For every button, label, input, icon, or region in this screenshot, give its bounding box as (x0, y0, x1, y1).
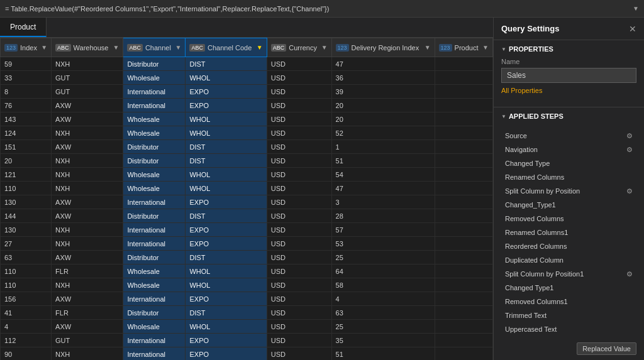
table-cell: WHOL (186, 112, 267, 126)
step-item-navigation[interactable]: Navigation⚙ (501, 143, 636, 156)
table-header-row: 123Index▼ABCWarehouse▼ABCChannel▼ABCChan… (1, 38, 493, 57)
table-cell: WHOL (186, 126, 267, 140)
col-header-index[interactable]: 123Index▼ (1, 38, 52, 57)
properties-header[interactable]: ▼ PROPERTIES (501, 45, 636, 53)
name-input[interactable] (501, 68, 636, 83)
table-row[interactable]: 76AXWInternationalEXPOUSD20 (1, 99, 493, 112)
step-item-source[interactable]: Source⚙ (501, 129, 636, 143)
step-item-renamed-columns1[interactable]: Renamed Columns1 (501, 226, 636, 239)
table-cell: USD (267, 182, 331, 195)
table-cell: WHOL (186, 168, 267, 182)
table-cell: 27 (1, 237, 52, 251)
table-cell (435, 195, 492, 209)
col-header-channel_code[interactable]: ABCChannel Code▼ (186, 38, 267, 57)
table-cell: USD (267, 237, 331, 251)
table-cell: Wholesale (123, 182, 186, 195)
applied-steps-label: APPLIED STEPS (509, 112, 564, 120)
data-table: 123Index▼ABCWarehouse▼ABCChannel▼ABCChan… (0, 38, 493, 360)
gear-icon[interactable]: ⚙ (626, 270, 633, 278)
step-item-removed-columns[interactable]: Removed Columns (501, 212, 636, 226)
table-cell: 54 (331, 168, 435, 182)
table-cell: USD (267, 112, 331, 126)
table-cell: USD (267, 168, 331, 182)
col-header-delivery_region_index[interactable]: 123Delivery Region Index▼ (331, 38, 435, 57)
step-item-removed-columns1[interactable]: Removed Columns1 (501, 295, 636, 308)
close-button[interactable]: ✕ (629, 24, 636, 34)
col-label-channel: Channel (145, 44, 171, 52)
col-header-warehouse[interactable]: ABCWarehouse▼ (52, 38, 123, 57)
col-header-currency[interactable]: ABCCurrency▼ (267, 38, 331, 57)
triangle-icon-steps: ▼ (501, 114, 506, 119)
table-cell: NXH (52, 154, 123, 168)
table-row[interactable]: 121NXHWholesaleWHOLUSD54 (1, 168, 493, 182)
step-item-reordered-columns[interactable]: Reordered Columns (501, 239, 636, 253)
step-item-split-column-by-position1[interactable]: Split Column by Position1⚙ (501, 267, 636, 281)
col-dropdown-index[interactable]: ▼ (41, 44, 47, 51)
col-header-product[interactable]: 123Product▼ (435, 38, 492, 57)
table-cell: 35 (331, 334, 435, 347)
table-cell: 52 (331, 126, 435, 140)
table-row[interactable]: 33GUTWholesaleWHOLUSD36 (1, 71, 493, 85)
all-properties-link[interactable]: All Properties (501, 87, 636, 94)
table-cell: USD (267, 278, 331, 292)
table-row[interactable]: 112GUTInternationalEXPOUSD35 (1, 334, 493, 347)
col-dropdown-warehouse[interactable]: ▼ (113, 44, 119, 51)
table-cell: Distributor (123, 57, 186, 71)
step-item-changed_type1[interactable]: Changed_Type1 (501, 198, 636, 212)
table-cell: DIST (186, 154, 267, 168)
table-cell: International (123, 195, 186, 209)
step-item-trimmed-text[interactable]: Trimmed Text (501, 308, 636, 322)
step-item-changed-type[interactable]: Changed Type (501, 156, 636, 170)
table-row[interactable]: 20NXHDistributorDISTUSD51 (1, 154, 493, 168)
table-container[interactable]: 123Index▼ABCWarehouse▼ABCChannel▼ABCChan… (0, 38, 493, 360)
table-cell: 63 (1, 251, 52, 265)
step-item-renamed-columns[interactable]: Renamed Columns (501, 170, 636, 184)
table-cell: Distributor (123, 209, 186, 223)
tab-product[interactable]: Product (0, 18, 47, 37)
step-item-duplicated-column[interactable]: Duplicated Column (501, 253, 636, 267)
table-row[interactable]: 156AXWInternationalEXPOUSD4 (1, 292, 493, 306)
main-content: Product 123Index▼ABCWarehouse▼ABCChannel… (0, 18, 644, 360)
step-item-changed-type1[interactable]: Changed Type1 (501, 281, 636, 295)
table-row[interactable]: 63AXWDistributorDISTUSD25 (1, 251, 493, 265)
table-row[interactable]: 110FLRWholesaleWHOLUSD64 (1, 265, 493, 278)
applied-steps-header[interactable]: ▼ APPLIED STEPS (501, 112, 636, 120)
table-row[interactable]: 27NXHInternationalEXPOUSD53 (1, 237, 493, 251)
table-row[interactable]: 124NXHWholesaleWHOLUSD52 (1, 126, 493, 140)
col-header-channel[interactable]: ABCChannel▼ (123, 38, 186, 57)
gear-icon[interactable]: ⚙ (626, 132, 633, 140)
step-item-split-column-by-position[interactable]: Split Column by Position⚙ (501, 184, 636, 198)
step-label: Uppercased Text (505, 325, 633, 333)
table-cell: AXW (52, 112, 123, 126)
col-dropdown-product[interactable]: ▼ (482, 44, 489, 51)
step-item-uppercased-text[interactable]: Uppercased Text (501, 322, 636, 336)
table-row[interactable]: 130AXWInternationalEXPOUSD3 (1, 195, 493, 209)
table-cell (435, 126, 492, 140)
col-dropdown-channel[interactable]: ▼ (175, 44, 182, 51)
gear-icon[interactable]: ⚙ (626, 187, 633, 195)
table-row[interactable]: 110NXHWholesaleWHOLUSD47 (1, 182, 493, 195)
table-cell (435, 334, 492, 347)
table-cell: NXH (52, 168, 123, 182)
formula-dropdown-icon[interactable]: ▼ (633, 5, 639, 12)
col-dropdown-channel_code[interactable]: ▼ (257, 44, 263, 51)
table-row[interactable]: 130NXHInternationalEXPOUSD57 (1, 223, 493, 237)
table-row[interactable]: 59NXHDistributorDISTUSD47 (1, 57, 493, 71)
table-cell: NXH (52, 347, 123, 361)
table-row[interactable]: 143AXWWholesaleWHOLUSD20 (1, 112, 493, 126)
table-cell: Distributor (123, 154, 186, 168)
table-row[interactable]: 90NXHInternationalEXPOUSD51 (1, 347, 493, 361)
col-dropdown-currency[interactable]: ▼ (321, 44, 328, 51)
table-cell: 20 (331, 112, 435, 126)
table-cell: International (123, 85, 186, 99)
table-row[interactable]: 110NXHWholesaleWHOLUSD58 (1, 278, 493, 292)
table-row[interactable]: 4AXWWholesaleWHOLUSD25 (1, 320, 493, 334)
table-row[interactable]: 8GUTInternationalEXPOUSD39 (1, 85, 493, 99)
table-cell (435, 112, 492, 126)
table-row[interactable]: 41FLRDistributorDISTUSD63 (1, 306, 493, 320)
col-dropdown-delivery_region_index[interactable]: ▼ (425, 44, 431, 51)
table-row[interactable]: 151AXWDistributorDISTUSD1 (1, 140, 493, 154)
gear-icon[interactable]: ⚙ (626, 146, 633, 154)
table-cell: USD (267, 99, 331, 112)
table-row[interactable]: 144AXWDistributorDISTUSD28 (1, 209, 493, 223)
